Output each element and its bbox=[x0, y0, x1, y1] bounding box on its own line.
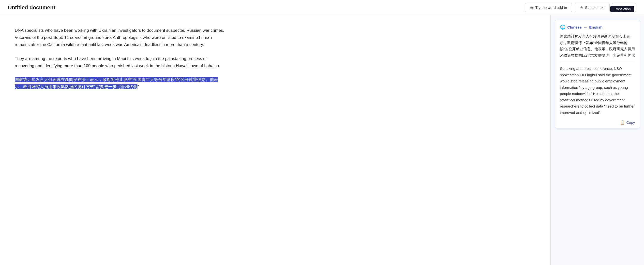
language-indicator: 🌐 Chinese → English bbox=[560, 24, 635, 30]
translation-sidebar: Translation 🌐 Chinese → English 国家统计局发言人… bbox=[550, 15, 644, 265]
paragraph-2-text: They are among the experts who have been… bbox=[15, 56, 220, 68]
translation-panel: 🌐 Chinese → English 国家统计局发言人付凌晖在新闻发布会上表示… bbox=[555, 20, 640, 128]
copy-label: Copy bbox=[626, 120, 635, 125]
copy-icon: 📋 bbox=[620, 120, 625, 125]
translated-english-text: Speaking at a press conference, NSO spok… bbox=[560, 66, 635, 116]
copy-row: 📋 Copy bbox=[560, 120, 635, 125]
lang-arrow: → bbox=[584, 25, 587, 29]
paragraph-1-text: DNA specialists who have been working wi… bbox=[15, 28, 224, 47]
document-area: DNA specialists who have been working wi… bbox=[0, 15, 550, 265]
document-title: Untitled document bbox=[8, 5, 55, 11]
document-content: DNA specialists who have been working wi… bbox=[15, 27, 226, 91]
paragraph-1: DNA specialists who have been working wi… bbox=[15, 27, 226, 49]
main-content: DNA specialists who have been working wi… bbox=[0, 15, 644, 265]
sample-text-button[interactable]: ★ Sample text bbox=[575, 3, 610, 12]
paragraph-2: They are among the experts who have been… bbox=[15, 55, 226, 70]
highlighted-chinese-text: 国家统计局发言人付凌晖在新闻发布会上表示，政府将停止发布“全国青年人等分年龄段”… bbox=[15, 77, 218, 89]
header: Untitled document ☷ Try the word add-in … bbox=[0, 0, 644, 15]
source-chinese-text: 国家统计局发言人付凌晖在新闻发布会上表示，政府将停止发布“全国青年人等分年龄段”… bbox=[560, 33, 635, 62]
globe-icon: 🌐 bbox=[560, 24, 565, 30]
word-addin-label: Try the word add-in bbox=[535, 6, 567, 10]
sample-text-label: Sample text bbox=[585, 6, 604, 10]
word-addin-icon: ☷ bbox=[530, 5, 534, 10]
translation-badge: Translation bbox=[610, 6, 634, 12]
word-addin-button[interactable]: ☷ Try the word add-in bbox=[525, 3, 572, 12]
paragraph-3: 国家统计局发言人付凌晖在新闻发布会上表示，政府将停止发布“全国青年人等分年龄段”… bbox=[15, 76, 226, 91]
lang-to: English bbox=[589, 25, 602, 29]
copy-button[interactable]: 📋 Copy bbox=[620, 120, 635, 125]
paragraph-3-after: ” bbox=[138, 84, 139, 89]
star-icon: ★ bbox=[580, 5, 583, 10]
lang-from: Chinese bbox=[567, 25, 582, 29]
